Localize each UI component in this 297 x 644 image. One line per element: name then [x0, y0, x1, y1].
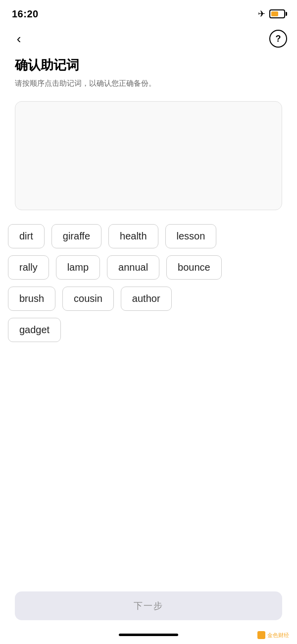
status-icons: ✈ — [258, 8, 285, 19]
word-row-1: dirt giraffe health lesson — [8, 224, 289, 248]
status-time: 16:20 — [12, 8, 39, 20]
watermark-icon — [257, 631, 265, 639]
word-grid: dirt giraffe health lesson rally lamp an… — [0, 224, 297, 342]
word-chip-dirt[interactable]: dirt — [8, 224, 45, 248]
word-chip-author[interactable]: author — [121, 287, 172, 311]
word-chip-health[interactable]: health — [108, 224, 158, 248]
word-chip-bounce[interactable]: bounce — [166, 255, 222, 280]
airplane-icon: ✈ — [258, 8, 265, 19]
word-row-4: gadget — [8, 318, 289, 342]
page-title: 确认助记词 — [15, 57, 282, 74]
confirm-box — [15, 101, 282, 210]
watermark-text: 金色财经 — [267, 632, 289, 639]
battery-icon — [269, 9, 285, 18]
word-chip-lamp[interactable]: lamp — [56, 255, 100, 280]
main-content: 确认助记词 请按顺序点击助记词，以确认您正确备份。 — [0, 52, 297, 210]
word-chip-lesson[interactable]: lesson — [165, 224, 217, 248]
next-button[interactable]: 下一步 — [15, 591, 282, 620]
battery-fill — [271, 11, 278, 16]
word-chip-brush[interactable]: brush — [8, 287, 55, 311]
word-chip-gadget[interactable]: gadget — [8, 318, 61, 342]
home-indicator — [119, 634, 178, 636]
nav-bar: ‹ ? — [0, 26, 297, 52]
word-row-2: rally lamp annual bounce — [8, 255, 289, 280]
word-row-3: brush cousin author — [8, 287, 289, 311]
bottom-area: 下一步 — [15, 591, 282, 620]
watermark: 金色财经 — [257, 631, 289, 639]
word-chip-rally[interactable]: rally — [8, 255, 49, 280]
word-chip-cousin[interactable]: cousin — [62, 287, 114, 311]
word-chip-annual[interactable]: annual — [107, 255, 159, 280]
back-button[interactable]: ‹ — [10, 30, 28, 48]
word-chip-giraffe[interactable]: giraffe — [51, 224, 101, 248]
status-bar: 16:20 ✈ — [0, 0, 297, 26]
page-subtitle: 请按顺序点击助记词，以确认您正确备份。 — [15, 78, 282, 89]
help-button[interactable]: ? — [269, 30, 287, 48]
